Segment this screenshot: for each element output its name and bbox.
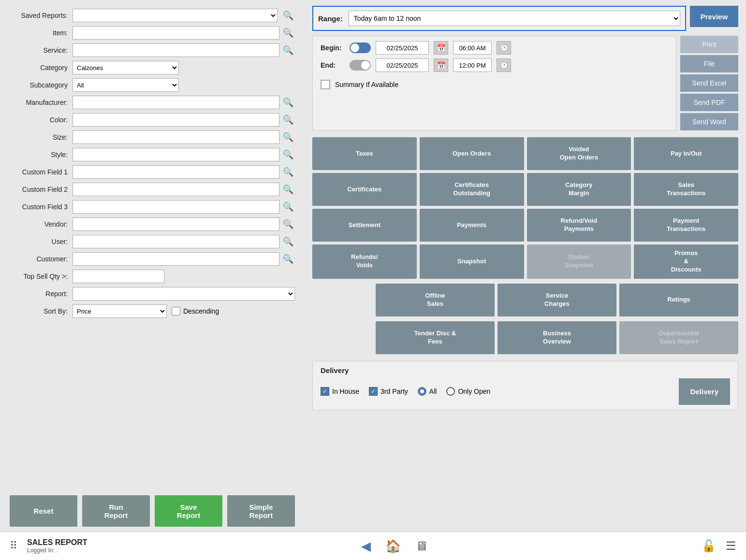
status-right: 🔓 ☰ <box>702 539 736 553</box>
end-time-input[interactable] <box>453 58 492 72</box>
saved-reports-search-btn[interactable]: 🔍 <box>281 9 295 22</box>
manufacturer-input[interactable] <box>73 96 279 109</box>
begin-toggle[interactable] <box>350 43 371 53</box>
range-select[interactable]: Today 6am to 12 noon Today Yesterday Thi… <box>349 11 680 26</box>
tender-disc-fees-button[interactable]: Tender Disc &Fees <box>376 321 495 354</box>
end-calendar-button[interactable]: 📅 <box>434 58 448 72</box>
action-buttons: Print File Send Excel Send PDF Send Word <box>680 36 738 130</box>
custom2-input[interactable] <box>73 183 279 196</box>
report-btn-1[interactable]: Open Orders <box>420 137 524 170</box>
user-input[interactable] <box>73 235 279 248</box>
range-label: Range: <box>318 14 343 23</box>
report-btn-14[interactable]: StationSnapshot <box>527 244 631 279</box>
only-open-radio[interactable] <box>446 387 455 396</box>
report-btn-9[interactable]: Payments <box>420 209 524 242</box>
customer-search-btn[interactable]: 🔍 <box>281 252 295 266</box>
report-btn-11[interactable]: PaymentTransactions <box>634 209 738 242</box>
hamburger-icon[interactable]: ☰ <box>726 539 736 553</box>
color-input[interactable] <box>73 113 279 127</box>
begin-calendar-button[interactable]: 📅 <box>434 41 448 55</box>
delivery-section: Delivery ✓ In House ✓ 3rd Party All <box>312 361 738 410</box>
custom3-search-btn[interactable]: 🔍 <box>281 200 295 214</box>
saved-reports-select[interactable] <box>73 9 278 22</box>
vendor-input[interactable] <box>73 217 279 231</box>
summary-checkbox[interactable] <box>321 80 330 89</box>
report-btn-3[interactable]: Pay In/Out <box>634 137 738 170</box>
item-input[interactable] <box>73 26 279 40</box>
file-button[interactable]: File <box>680 55 738 72</box>
print-button[interactable]: Print <box>680 36 738 53</box>
user-label: User: <box>10 238 73 245</box>
reset-button[interactable]: Reset <box>10 495 77 527</box>
user-search-btn[interactable]: 🔍 <box>281 235 295 248</box>
report-btn-15[interactable]: Promos&Discounts <box>634 244 738 279</box>
custom2-search-btn[interactable]: 🔍 <box>281 183 295 196</box>
nav-icons: ◀ 🏠 🖥 <box>97 539 692 554</box>
manufacturer-search-btn[interactable]: 🔍 <box>281 96 295 109</box>
size-search-btn[interactable]: 🔍 <box>281 130 295 144</box>
save-report-button[interactable]: Save Report <box>155 495 222 527</box>
register-icon[interactable]: 🖥 <box>415 539 428 554</box>
offline-sales-button[interactable]: OfflineSales <box>376 284 495 316</box>
sort-by-select[interactable]: Price <box>73 304 167 318</box>
end-date-input[interactable] <box>376 58 429 72</box>
report-btn-4[interactable]: Certificates <box>312 173 417 206</box>
category-select[interactable]: Calzones <box>73 61 179 74</box>
descending-checkbox[interactable] <box>172 307 180 316</box>
business-overview-button[interactable]: BusinessOverview <box>497 321 616 354</box>
report-btn-2[interactable]: VoidedOpen Orders <box>527 137 631 170</box>
report-btn-12[interactable]: Refunds/Voids <box>312 244 417 279</box>
back-icon[interactable]: ◀ <box>361 539 371 554</box>
run-report-button[interactable]: Run Report <box>82 495 150 527</box>
home-icon[interactable]: 🏠 <box>385 539 401 554</box>
departmental-sales-report-button[interactable]: DepartmentalSales Report <box>619 321 738 354</box>
report-btn-8[interactable]: Settlement <box>312 209 417 242</box>
send-pdf-button[interactable]: Send PDF <box>680 94 738 111</box>
all-radio[interactable] <box>418 387 426 396</box>
send-excel-button[interactable]: Send Excel <box>680 74 738 92</box>
report-btn-6[interactable]: CategoryMargin <box>527 173 631 206</box>
end-toggle[interactable] <box>350 60 371 71</box>
report-btn-5[interactable]: CertificatesOutstanding <box>420 173 524 206</box>
ratings-button[interactable]: Ratings <box>619 284 738 316</box>
size-input[interactable] <box>73 130 279 144</box>
subcategory-select[interactable]: All <box>73 78 179 92</box>
custom1-input[interactable] <box>73 165 279 179</box>
style-input[interactable] <box>73 148 279 161</box>
size-label: Size: <box>10 133 73 141</box>
custom1-search-btn[interactable]: 🔍 <box>281 165 295 179</box>
item-search-btn[interactable]: 🔍 <box>281 26 295 40</box>
report-btn-7[interactable]: SalesTransactions <box>634 173 738 206</box>
begin-clock-button[interactable]: 🕐 <box>497 41 511 55</box>
category-label: Category <box>10 64 73 72</box>
saved-reports-label: Saved Reports: <box>10 12 73 19</box>
custom3-input[interactable] <box>73 200 279 214</box>
top-sell-input[interactable] <box>73 270 164 283</box>
third-party-label: 3rd Party <box>380 388 408 395</box>
color-search-btn[interactable]: 🔍 <box>281 113 295 127</box>
report-btn-10[interactable]: Refund/VoidPayments <box>527 209 631 242</box>
begin-toggle-knob <box>351 43 359 52</box>
vendor-label: Vendor: <box>10 220 73 228</box>
service-search-btn[interactable]: 🔍 <box>281 43 295 57</box>
in-house-checkbox[interactable]: ✓ <box>321 387 329 396</box>
report-btn-13[interactable]: Snapshot <box>420 244 524 279</box>
simple-report-button[interactable]: Simple Report <box>227 495 295 527</box>
report-btn-0[interactable]: Taxes <box>312 137 417 170</box>
apps-icon[interactable]: ⠿ <box>10 540 17 552</box>
preview-button[interactable]: Preview <box>690 6 738 27</box>
customer-input[interactable] <box>73 252 279 266</box>
delivery-button[interactable]: Delivery <box>679 378 730 405</box>
send-word-button[interactable]: Send Word <box>680 113 738 130</box>
begin-time-input[interactable] <box>453 41 492 55</box>
report-select[interactable] <box>73 287 295 301</box>
vendor-search-btn[interactable]: 🔍 <box>281 217 295 231</box>
service-charges-button[interactable]: ServiceCharges <box>497 284 616 316</box>
end-clock-button[interactable]: 🕐 <box>497 58 511 72</box>
status-title-block: SALES REPORT Logged In: . <box>27 538 87 554</box>
service-input[interactable] <box>73 43 279 57</box>
style-search-btn[interactable]: 🔍 <box>281 148 295 161</box>
lock-icon[interactable]: 🔓 <box>702 539 716 553</box>
begin-date-input[interactable] <box>376 41 429 55</box>
third-party-checkbox[interactable]: ✓ <box>369 387 378 396</box>
